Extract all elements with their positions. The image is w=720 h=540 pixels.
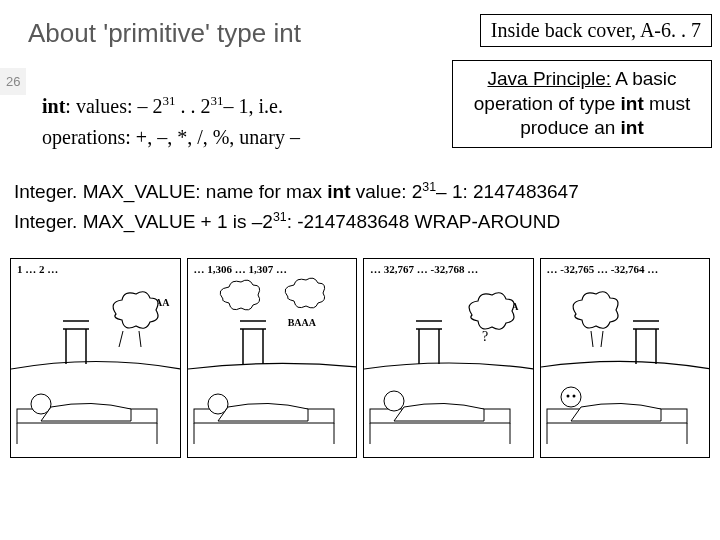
svg-line-1 [139, 331, 141, 347]
wrap-around-line: Integer. MAX_VALUE + 1 is –231: -2147483… [14, 210, 560, 233]
svg-point-22 [572, 395, 575, 398]
max-value-line: Integer. MAX_VALUE: name for max int val… [14, 180, 579, 203]
int-definition: int: values: – 231 . . 231– 1, i.e. oper… [42, 92, 300, 152]
sheep-sketch: ? [364, 259, 534, 458]
reference-box: Inside back cover, A-6. . 7 [480, 14, 712, 47]
svg-line-16 [601, 331, 603, 347]
comic-panel-3: … 32,767 … -32,768 … BAAA ? [363, 258, 534, 458]
sheep-sketch [188, 259, 358, 458]
sheep-sketch [11, 259, 181, 458]
svg-line-0 [119, 331, 123, 347]
java-principle-box: Java Principle: A basic operation of typ… [452, 60, 712, 148]
int-keyword: int [42, 95, 65, 117]
comic-panel-4: … -32,765 … -32,764 … BAAA [540, 258, 711, 458]
page-number: 26 [0, 68, 26, 95]
slide-title: About 'primitive' type int [28, 18, 301, 49]
int-operations: operations: +, –, *, /, %, unary – [42, 123, 300, 152]
svg-text:?: ? [482, 329, 488, 344]
comic-strip: 1 … 2 … BAAA … 1,306 … 1,307 … BAAA [10, 258, 710, 458]
svg-point-21 [566, 395, 569, 398]
svg-line-15 [591, 331, 593, 347]
sheep-sketch [541, 259, 711, 458]
comic-panel-2: … 1,306 … 1,307 … BAAA [187, 258, 358, 458]
svg-point-20 [561, 387, 581, 407]
svg-point-14 [384, 391, 404, 411]
comic-panel-1: 1 … 2 … BAAA [10, 258, 181, 458]
